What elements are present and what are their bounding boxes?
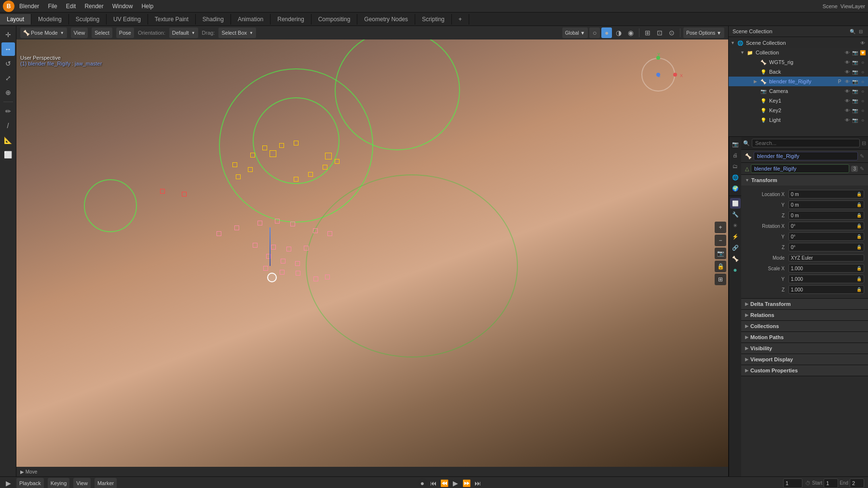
orientation-dropdown[interactable]: Default ▼ <box>169 27 198 38</box>
start-frame-field[interactable]: 1 <box>824 478 838 488</box>
outliner-scene-collection[interactable]: ▼ 🌐 Scene Collection 👁 <box>729 38 868 48</box>
cam-sel-icon[interactable]: ○ <box>859 88 866 94</box>
rigify-eye[interactable]: 👁 <box>844 78 851 85</box>
loc-x-lock[interactable]: 🔒 <box>856 192 862 197</box>
cam-render-icon[interactable]: 📷 <box>852 88 858 94</box>
tab-shading[interactable]: Shading <box>196 14 231 25</box>
next-frame-btn[interactable]: ⏩ <box>462 478 472 488</box>
outliner-filter[interactable]: ⊟ <box>857 28 864 35</box>
tab-compositing[interactable]: Compositing <box>312 14 358 25</box>
key2-eye[interactable]: 👁 <box>844 107 851 114</box>
keying-menu[interactable]: Keying <box>48 478 70 488</box>
outliner-search[interactable]: 🔍 <box>849 28 856 35</box>
constraints-props-icon[interactable]: 🔗 <box>730 242 741 253</box>
scale-z-field[interactable]: 1.000 🔒 <box>788 285 864 294</box>
menu-render[interactable]: Render <box>81 2 107 11</box>
menu-window[interactable]: Window <box>108 2 137 11</box>
outliner-light[interactable]: ▶ 💡 Light 👁 📷 ○ <box>729 115 868 125</box>
wgt-sel[interactable]: ○ <box>859 59 866 66</box>
outliner-rigify[interactable]: ▶ 🦴 blender file_Rigify P 👁 📷 ○ <box>729 77 868 86</box>
tab-add[interactable]: + <box>452 14 469 25</box>
show-overlay-btn[interactable]: ⊡ <box>654 27 665 38</box>
light-sel[interactable]: ○ <box>859 117 866 123</box>
rotation-mode-dropdown[interactable]: XYZ Euler <box>788 254 864 262</box>
rotation-y-field[interactable]: 0° 🔒 <box>788 232 864 241</box>
tab-modeling[interactable]: Modeling <box>31 14 69 25</box>
light-eye[interactable]: 👁 <box>844 117 851 123</box>
pose-menu[interactable]: Pose <box>116 27 134 38</box>
menu-help[interactable]: Help <box>137 2 157 11</box>
cursor-tool[interactable]: ✛ <box>1 28 15 41</box>
select-menu[interactable]: Select <box>92 27 112 38</box>
mesh-edit-icon[interactable]: ✎ <box>860 166 864 172</box>
loc-z-lock[interactable]: 🔒 <box>856 213 862 218</box>
menu-edit[interactable]: Edit <box>62 2 80 11</box>
tab-geometry-nodes[interactable]: Geometry Nodes <box>357 14 415 25</box>
props-search-input[interactable] <box>752 139 860 147</box>
rot-z-lock[interactable]: 🔒 <box>856 245 862 250</box>
view-menu-tl[interactable]: View <box>73 478 91 488</box>
delta-transform-header[interactable]: ▶ Delta Transform <box>741 299 868 309</box>
key2-cam[interactable]: 📷 <box>852 107 858 114</box>
key2-sel[interactable]: ○ <box>859 107 866 114</box>
menu-blender[interactable]: Blender <box>15 2 43 11</box>
obj-name-icon[interactable]: ✎ <box>860 153 864 159</box>
scale-x-lock[interactable]: 🔒 <box>856 266 862 271</box>
coll-render-icon[interactable]: 📷 <box>852 49 858 56</box>
rotate-tool[interactable]: ↺ <box>1 57 15 70</box>
motion-paths-header[interactable]: ▶ Motion Paths <box>741 332 868 343</box>
drag-dropdown[interactable]: Select Box ▼ <box>218 27 256 38</box>
relations-header[interactable]: ▶ Relations <box>741 310 868 320</box>
view-layer-props-icon[interactable]: 🗂 <box>730 161 741 171</box>
play-record-btn[interactable]: ● <box>418 478 427 488</box>
physics-props-icon[interactable]: ⚡ <box>730 231 741 242</box>
move-tool[interactable]: ↔ <box>1 42 15 56</box>
show-gizmo-btn[interactable]: ⊞ <box>642 27 653 38</box>
timeline-add-marker[interactable]: ▶ <box>4 479 13 488</box>
tab-layout[interactable]: Layout <box>0 14 31 25</box>
back-sel[interactable]: ○ <box>859 68 866 75</box>
viewport-3d[interactable]: User Perspective (1) blender file_Rigify… <box>16 40 728 467</box>
outliner-key2[interactable]: ▶ 💡 Key2 👁 📷 ○ <box>729 106 868 115</box>
location-y-field[interactable]: 0 m 🔒 <box>788 200 864 209</box>
modifier-props-icon[interactable]: 🔧 <box>730 209 741 220</box>
xray-btn[interactable]: ⊙ <box>666 27 677 38</box>
view-lock-btn[interactable]: 🔒 <box>715 261 726 272</box>
view-menu[interactable]: View <box>71 27 88 38</box>
collections-header[interactable]: ▶ Collections <box>741 321 868 331</box>
viewport-shading-wire[interactable]: ○ <box>589 27 600 38</box>
visibility-header[interactable]: ▶ Visibility <box>741 343 868 354</box>
key1-cam[interactable]: 📷 <box>852 97 858 104</box>
jump-start-btn[interactable]: ⏮ <box>429 478 438 488</box>
viewport-shading-mat[interactable]: ◑ <box>613 27 624 38</box>
wgt-eye[interactable]: 👁 <box>844 59 851 66</box>
scene-eye-icon[interactable]: 👁 <box>859 40 866 46</box>
render-props-icon[interactable]: 📷 <box>730 139 741 149</box>
outliner-camera[interactable]: ▶ 📷 Camera 👁 📷 ○ <box>729 86 868 96</box>
rotation-z-field[interactable]: 0° 🔒 <box>788 243 864 251</box>
mode-dropdown[interactable]: 🦴 Pose Mode ▼ <box>20 27 67 38</box>
jump-end-btn[interactable]: ⏭ <box>473 478 483 488</box>
tab-animation[interactable]: Animation <box>231 14 271 25</box>
scale-x-field[interactable]: 1.000 🔒 <box>788 264 864 273</box>
measure-tool[interactable]: 📐 <box>1 133 15 147</box>
rigify-sel[interactable]: ○ <box>859 78 866 85</box>
current-frame-field[interactable]: 1 <box>783 478 802 488</box>
key1-eye[interactable]: 👁 <box>844 97 851 104</box>
light-cam[interactable]: 📷 <box>852 117 858 123</box>
end-frame-field[interactable]: 2 <box>850 478 864 488</box>
annotate-tool[interactable]: ✏ <box>1 105 15 118</box>
viewport[interactable]: 🦴 Pose Mode ▼ View Select Pose Orientati… <box>16 26 728 476</box>
viewport-shading-solid[interactable]: ● <box>601 27 612 38</box>
outliner-key1[interactable]: ▶ 💡 Key1 👁 📷 ○ <box>729 96 868 106</box>
cam-eye-icon[interactable]: 👁 <box>844 88 851 94</box>
rot-x-lock[interactable]: 🔒 <box>856 224 862 228</box>
shading-global[interactable]: Global ▼ <box>562 27 588 38</box>
rigify-cam[interactable]: 📷 <box>852 78 858 85</box>
back-eye[interactable]: 👁 <box>844 68 851 75</box>
viewport-display-header[interactable]: ▶ Viewport Display <box>741 354 868 365</box>
wgt-cam[interactable]: 📷 <box>852 59 858 66</box>
menu-file[interactable]: File <box>44 2 61 11</box>
tab-uv-editing[interactable]: UV Editing <box>107 14 148 25</box>
zoom-out-btn[interactable]: − <box>715 235 726 246</box>
